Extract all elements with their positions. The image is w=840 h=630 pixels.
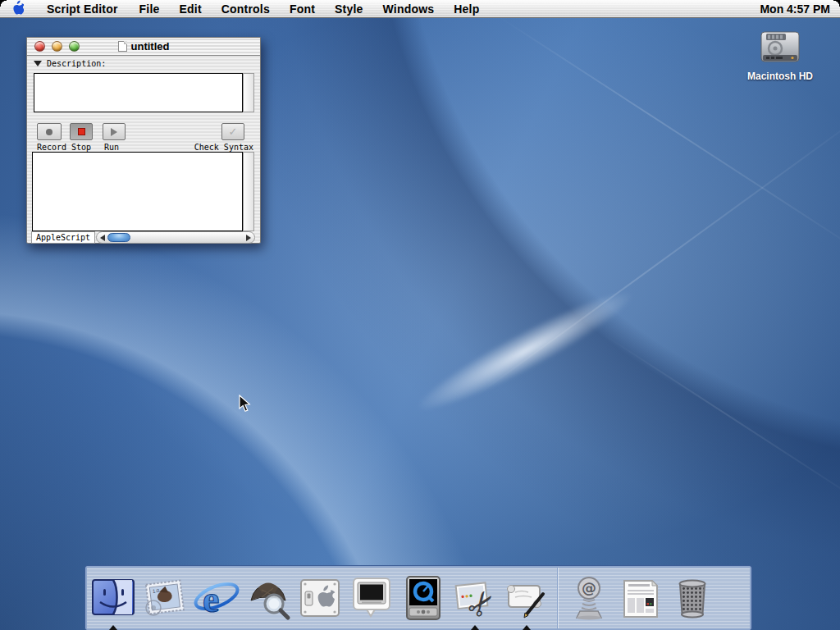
script-editor-icon <box>504 574 550 622</box>
record-label: Record <box>37 143 66 152</box>
menu-file[interactable]: File <box>130 0 170 17</box>
internet-explorer-icon: e <box>193 575 240 621</box>
macintosh-hd-desktop-item[interactable]: Macintosh HD <box>742 30 818 82</box>
menu-windows[interactable]: Windows <box>373 0 445 17</box>
wallpaper-line <box>601 333 840 522</box>
dock: 1.0 e <box>85 566 751 630</box>
trash-icon <box>669 574 715 622</box>
stop-button[interactable] <box>70 123 93 140</box>
newspaper-icon <box>618 574 664 622</box>
quicktime-icon <box>400 574 446 622</box>
dock-item-quicktime[interactable] <box>397 572 449 624</box>
dock-divider <box>557 568 558 628</box>
finder-icon <box>90 575 136 621</box>
dock-item-system-preferences[interactable] <box>294 572 345 624</box>
dock-item-news[interactable] <box>614 572 666 624</box>
sherlock-icon <box>245 575 291 621</box>
svg-text:@: @ <box>582 579 596 596</box>
scroll-left-arrow-icon[interactable] <box>100 235 105 241</box>
dock-item-internet-explorer[interactable]: e <box>190 572 242 624</box>
checkmark-icon: ✓ <box>229 126 238 137</box>
menu-bar-clock[interactable]: Mon 4:57 PM <box>750 2 840 16</box>
running-indicator <box>471 625 479 630</box>
script-editor-window: untitled Description: ✓ Record Stop Run … <box>26 37 261 244</box>
grab-scissors-icon: ✂ <box>452 574 498 622</box>
dock-item-grab[interactable]: ✂ <box>449 572 500 624</box>
screen-corner <box>833 0 840 7</box>
menu-controls[interactable]: Controls <box>212 0 280 17</box>
menu-app-name[interactable]: Script Editor <box>35 0 130 17</box>
language-popup[interactable]: AppleScript <box>31 231 95 244</box>
svg-text:e: e <box>203 578 219 620</box>
dock-item-displays[interactable] <box>345 572 397 624</box>
window-title: untitled <box>131 40 170 52</box>
description-field[interactable] <box>34 73 243 112</box>
disclosure-triangle-icon[interactable] <box>34 61 42 66</box>
stop-icon <box>78 128 85 135</box>
scroll-right-arrow-icon[interactable] <box>246 235 251 241</box>
window-title-bar[interactable]: untitled <box>27 38 260 56</box>
menu-style[interactable]: Style <box>325 0 372 17</box>
stamp-badge: 1.0 <box>152 588 160 594</box>
check-syntax-label: Check Syntax <box>194 143 253 152</box>
description-scrollbar[interactable] <box>243 73 254 112</box>
record-icon <box>46 129 52 135</box>
run-icon <box>111 128 117 136</box>
dock-item-script-editor[interactable] <box>500 572 552 624</box>
dock-item-mail[interactable]: 1.0 <box>139 572 190 624</box>
script-scrollbar[interactable] <box>243 152 254 231</box>
zoom-button[interactable] <box>69 41 80 52</box>
screen-corner <box>0 0 7 7</box>
menu-edit[interactable]: Edit <box>170 0 212 17</box>
mail-stamp-icon: 1.0 <box>142 575 188 621</box>
stop-label: Stop <box>71 143 91 152</box>
document-proxy-icon <box>118 41 127 52</box>
running-indicator <box>109 625 117 630</box>
mouse-cursor <box>239 395 251 416</box>
script-text-area[interactable] <box>32 152 243 231</box>
menu-font[interactable]: Font <box>280 0 325 17</box>
dock-item-sherlock[interactable] <box>242 572 294 624</box>
run-button[interactable] <box>103 123 126 140</box>
close-button[interactable] <box>34 41 45 52</box>
scrollbar-thumb[interactable] <box>107 233 130 242</box>
system-preferences-icon <box>297 575 343 621</box>
display-icon <box>349 574 395 622</box>
menu-help[interactable]: Help <box>444 0 489 17</box>
horizontal-scrollbar[interactable] <box>96 231 255 244</box>
window-bottom-bar: AppleScript <box>27 231 260 244</box>
at-sign-spring-icon: @ <box>566 574 612 622</box>
record-button[interactable] <box>37 123 62 140</box>
running-indicator <box>523 625 531 630</box>
description-label: Description: <box>47 59 106 68</box>
dock-item-trash[interactable] <box>666 572 718 624</box>
apple-logo-icon <box>11 0 24 17</box>
run-label: Run <box>104 143 119 152</box>
dock-item-finder[interactable] <box>87 572 139 624</box>
hd-label: Macintosh HD <box>742 71 818 82</box>
minimize-button[interactable] <box>52 41 62 52</box>
dock-item-mail-compose[interactable]: @ <box>563 572 614 624</box>
menu-bar: Script Editor File Edit Controls Font St… <box>0 0 840 18</box>
hard-disk-icon[interactable] <box>759 30 801 66</box>
check-syntax-button[interactable]: ✓ <box>221 123 244 140</box>
